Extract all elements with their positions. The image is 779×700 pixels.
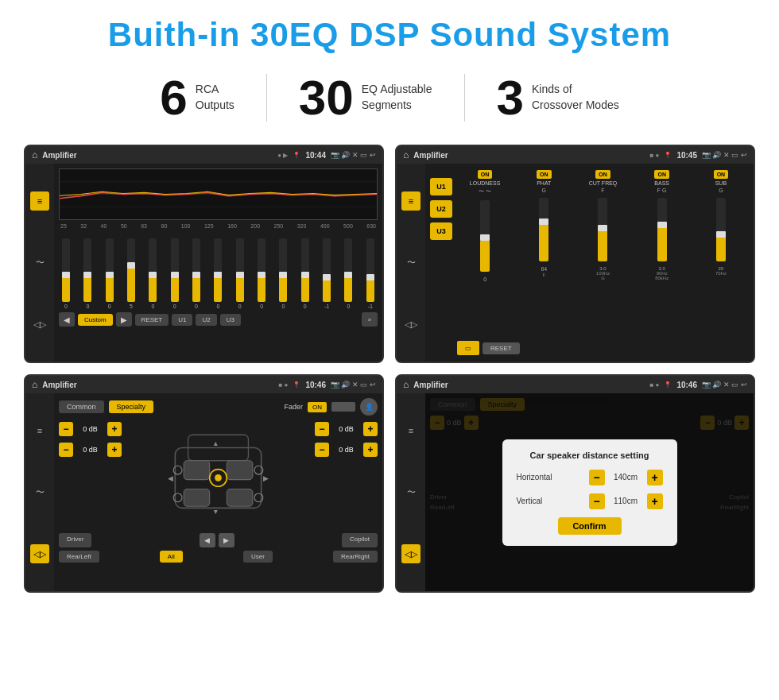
phat-on-button[interactable]: ON: [537, 170, 552, 179]
eq-u2-button[interactable]: U2: [196, 314, 216, 326]
dialog-sidebar-eq-icon[interactable]: ≡: [401, 421, 421, 440]
fader-rearright-button[interactable]: RearRight: [333, 551, 378, 563]
bass-slider[interactable]: [657, 198, 667, 261]
eq-expand-button[interactable]: »: [362, 312, 378, 327]
cutfreq-slider[interactable]: [598, 198, 607, 261]
fader-rearleft-button[interactable]: RearLeft: [59, 551, 99, 563]
dialog-sidebar-wave-icon[interactable]: 〜: [401, 482, 421, 501]
home-icon[interactable]: ⌂: [32, 149, 37, 160]
dialog-vertical-plus[interactable]: +: [647, 493, 663, 509]
fader-left-arrow[interactable]: ◀: [200, 533, 215, 547]
preset-u2-button[interactable]: U2: [430, 200, 452, 218]
fader-user-button[interactable]: User: [243, 551, 273, 563]
cutfreq-on-button[interactable]: ON: [595, 170, 610, 179]
fader-specialty-tab[interactable]: Specialty: [109, 400, 154, 413]
eq-u3-button[interactable]: U3: [220, 314, 241, 326]
fader-plus-3[interactable]: +: [363, 422, 378, 436]
bass-on-button[interactable]: ON: [654, 170, 669, 179]
eq-prev-button[interactable]: ◀: [59, 312, 75, 327]
eq-freq-labels: 253240506380100125160200250320400500630: [59, 223, 378, 229]
fader-slider[interactable]: [331, 402, 355, 412]
eq-reset-button[interactable]: RESET: [135, 314, 169, 326]
fader-main-body: − 0 dB + − 0 dB +: [59, 422, 378, 528]
svg-rect-8: [184, 489, 210, 507]
crossover-reset-button[interactable]: RESET: [483, 342, 520, 354]
fader-plus-1[interactable]: +: [107, 422, 122, 436]
fader-right-controls: − 0 dB + − 0 dB +: [315, 422, 378, 528]
eq-sidebar-speaker-icon[interactable]: ◁▷: [30, 315, 49, 334]
dialog-horizontal-minus[interactable]: −: [589, 470, 605, 485]
stat-number-eq: 30: [299, 73, 354, 122]
sub-slider[interactable]: [716, 198, 726, 261]
dialog-sidebar-speaker-icon[interactable]: ◁▷: [401, 544, 421, 563]
cross-cutfreq: ON CUT FREQ F 3.0100HzG: [575, 170, 630, 338]
fader-left-controls: − 0 dB + − 0 dB +: [59, 422, 122, 528]
fader-db-1: 0 dB: [76, 425, 104, 433]
dialog-vertical-label: Vertical: [517, 497, 543, 505]
fader-minus-4[interactable]: −: [315, 443, 329, 457]
home-icon-2[interactable]: ⌂: [403, 149, 409, 160]
eq-u1-button[interactable]: U1: [172, 314, 192, 326]
fader-db-2: 0 dB: [76, 446, 104, 454]
fader-sidebar-wave-icon[interactable]: 〜: [30, 482, 49, 501]
dialog-confirm-button[interactable]: Confirm: [558, 517, 622, 535]
eq-slider-9: 0: [258, 238, 265, 309]
fader-minus-1[interactable]: −: [59, 422, 73, 436]
cross-loudness: ON LOUDNESS 〜〜 0: [457, 170, 513, 338]
crossover-sidebar-wave-icon[interactable]: 〜: [401, 253, 421, 272]
fader-status: ■ ●: [279, 381, 289, 389]
fader-minus-3[interactable]: −: [315, 422, 329, 436]
fader-driver-button[interactable]: Driver: [59, 533, 91, 547]
fader-copilot-button[interactable]: Copilot: [342, 533, 378, 547]
fader-db-row-2: − 0 dB +: [59, 443, 122, 457]
home-icon-4[interactable]: ⌂: [403, 379, 409, 390]
sub-on-button[interactable]: ON: [714, 170, 729, 179]
fader-minus-2[interactable]: −: [59, 443, 73, 457]
eq-custom-button[interactable]: Custom: [78, 314, 113, 326]
loudness-label: LOUDNESS: [470, 180, 501, 186]
fader-plus-4[interactable]: +: [363, 443, 378, 457]
bass-value: 3.090Hz80kHz: [655, 266, 669, 280]
eq-bottom-bar: ◀ Custom ▶ RESET U1 U2 U3 »: [59, 312, 378, 327]
dialog-horizontal-label: Horizontal: [517, 473, 552, 481]
fader-common-tab[interactable]: Common: [59, 400, 104, 413]
fader-sidebar-speaker-icon[interactable]: ◁▷: [30, 544, 49, 563]
eq-topbar-icons: 📷 🔊 ✕ ▭ ↩: [331, 151, 376, 159]
fader-right-arrow[interactable]: ▶: [219, 533, 234, 547]
fader-plus-2[interactable]: +: [107, 443, 122, 457]
loudness-slider[interactable]: [480, 200, 490, 272]
preset-u1-button[interactable]: U1: [430, 178, 452, 195]
dialog-vertical-minus[interactable]: −: [589, 493, 605, 509]
crossover-graph-preview: ▭: [457, 341, 479, 355]
eq-sidebar-wave-icon[interactable]: 〜: [30, 253, 49, 272]
crossover-sidebar-speaker-icon[interactable]: ◁▷: [401, 315, 421, 334]
crossover-sidebar: ≡ 〜 ◁▷: [397, 164, 425, 362]
crossover-presets: U1 U2 U3: [430, 170, 452, 355]
dialog-horizontal-plus[interactable]: +: [647, 470, 663, 485]
loudness-on-button[interactable]: ON: [478, 170, 493, 179]
stat-text-rca: RCA Outputs: [196, 82, 234, 113]
crossover-sidebar-eq-icon[interactable]: ≡: [401, 191, 421, 211]
speaker-distance-dialog: Car speaker distance setting Horizontal …: [502, 439, 677, 546]
fader-on-button[interactable]: ON: [308, 402, 327, 412]
crossover-body: ≡ 〜 ◁▷ U1 U2 U3: [397, 164, 754, 362]
home-icon-3[interactable]: ⌂: [32, 379, 37, 390]
crossover-title: Amplifier: [413, 151, 645, 160]
fader-screen: ⌂ Amplifier ■ ● 📍 10:46 📷 🔊 ✕ ▭ ↩ ≡ 〜 ◁▷…: [24, 374, 384, 593]
fader-profile-button[interactable]: 👤: [360, 398, 378, 416]
eq-slider-11: 0: [301, 238, 309, 309]
svg-point-11: [215, 474, 222, 481]
screens-grid: ⌂ Amplifier ● ▶ 📍 10:44 📷 🔊 ✕ ▭ ↩ ≡ 〜 ◁▷: [24, 145, 755, 593]
eq-sidebar: ≡ 〜 ◁▷: [25, 164, 54, 362]
fader-all-button[interactable]: All: [160, 551, 183, 563]
eq-next-button[interactable]: ▶: [116, 312, 132, 327]
phat-slider[interactable]: [539, 198, 548, 261]
stat-text-crossover: Kinds of Crossover Modes: [532, 82, 619, 113]
dialog-sidebar: ≡ 〜 ◁▷: [397, 393, 425, 591]
fader-db-4: 0 dB: [332, 446, 360, 454]
preset-u3-button[interactable]: U3: [430, 222, 452, 240]
fader-sidebar-eq-icon[interactable]: ≡: [30, 421, 49, 440]
eq-sidebar-eq-icon[interactable]: ≡: [30, 191, 49, 211]
eq-slider-8: 0: [236, 238, 244, 309]
eq-slider-14: -1: [366, 238, 374, 309]
